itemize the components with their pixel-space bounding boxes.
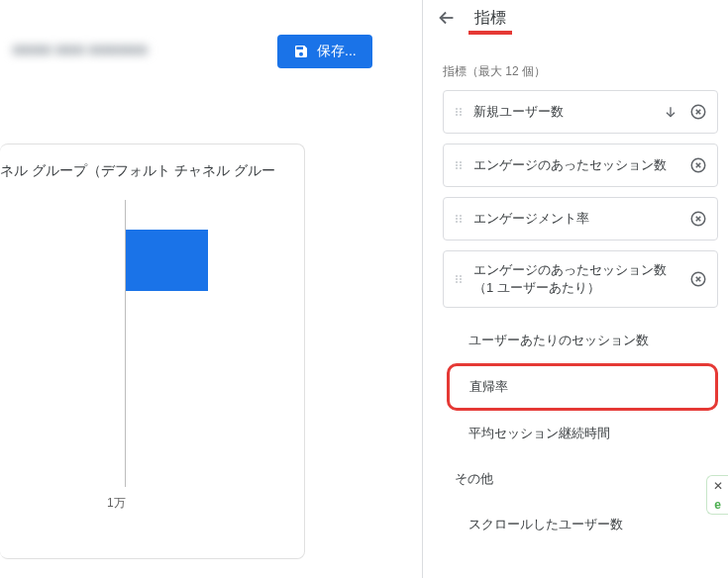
metric-suggestion-item[interactable]: ユーザーあたりのセッション数 [447,318,718,363]
svg-point-10 [460,164,462,166]
panel-title-wrap: 指標 [474,8,506,29]
drag-handle-icon[interactable] [452,273,466,285]
chart-area: 1万 [0,200,304,527]
panel-title: 指標 [474,9,506,30]
panel-subtitle: 指標（最大 12 個） [423,30,728,90]
save-icon [293,44,309,59]
svg-point-25 [456,281,458,283]
metric-suggestions-list: ユーザーあたりのセッション数直帰率平均セッション継続時間その他スクロールしたユー… [423,308,728,547]
metric-suggestion-item[interactable]: スクロールしたユーザー数 [447,502,718,547]
save-button-label: 保存... [317,43,357,60]
metric-category-label: その他 [447,456,718,502]
svg-point-1 [460,108,462,110]
save-button[interactable]: 保存... [277,35,372,68]
chart-bar [126,230,208,291]
remove-metric-icon[interactable] [687,208,709,230]
svg-point-19 [460,221,462,223]
metric-chip-label: エンゲージのあったセッション数（1 ユーザーあたり） [473,261,679,297]
metric-chip[interactable]: エンゲージのあったセッション数（1 ユーザーあたり） [443,250,718,308]
svg-point-18 [456,221,458,223]
chart-card: ネル グループ（デフォルト チャネル グルー 1万 [0,144,305,559]
svg-point-14 [456,215,458,217]
svg-point-5 [460,114,462,116]
chart-axis-tick-label: 1万 [107,495,126,512]
metric-chip[interactable]: エンゲージのあったセッション数 [443,144,718,187]
sort-descending-icon[interactable] [662,103,679,121]
svg-point-16 [456,218,458,220]
floating-widget[interactable]: ✕ e [706,475,728,515]
metric-chip-label: エンゲージのあったセッション数 [473,156,679,174]
metric-chip-label: 新規ユーザー数 [473,103,654,121]
svg-point-22 [460,275,462,277]
svg-point-11 [456,167,458,169]
svg-point-23 [456,278,458,280]
svg-point-26 [460,281,462,283]
remove-metric-icon[interactable] [687,154,709,176]
svg-point-2 [456,111,458,113]
widget-letter-icon: e [714,498,721,512]
metrics-panel: 指標 指標（最大 12 個） 新規ユーザー数エンゲージのあったセッション数エンゲ… [422,0,728,578]
svg-point-15 [460,215,462,217]
page-title-blurred: ■■■■ ■■■ ■■■■■■ [12,40,260,63]
metric-chip[interactable]: エンゲージメント率 [443,197,718,241]
svg-point-9 [456,164,458,166]
metric-chip-label: エンゲージメント率 [473,210,679,228]
metric-suggestion-item[interactable]: 直帰率 [447,363,718,411]
svg-point-4 [456,114,458,116]
chart-card-title: ネル グループ（デフォルト チャネル グルー [0,162,304,200]
svg-point-0 [456,108,458,110]
panel-title-underline [468,31,512,35]
svg-point-21 [456,275,458,277]
main-content: ■■■■ ■■■ ■■■■■■ 保存... ネル グループ（デフォルト チャネル… [0,0,422,578]
svg-point-3 [460,111,462,113]
svg-point-17 [460,218,462,220]
svg-point-7 [456,161,458,163]
panel-header: 指標 [423,0,728,30]
remove-metric-icon[interactable] [687,101,709,123]
metric-chip[interactable]: 新規ユーザー数 [443,90,718,134]
svg-point-24 [460,278,462,280]
drag-handle-icon[interactable] [452,159,466,171]
back-arrow-icon[interactable] [435,6,459,30]
svg-point-12 [460,167,462,169]
drag-handle-icon[interactable] [452,213,466,225]
drag-handle-icon[interactable] [452,106,466,118]
svg-point-8 [460,161,462,163]
selected-metrics-list: 新規ユーザー数エンゲージのあったセッション数エンゲージメント率エンゲージのあった… [423,90,728,308]
remove-metric-icon[interactable] [687,268,709,290]
close-icon[interactable]: ✕ [713,479,723,493]
metric-suggestion-item[interactable]: 平均セッション継続時間 [447,411,718,456]
header-row: ■■■■ ■■■ ■■■■■■ 保存... [0,0,422,98]
